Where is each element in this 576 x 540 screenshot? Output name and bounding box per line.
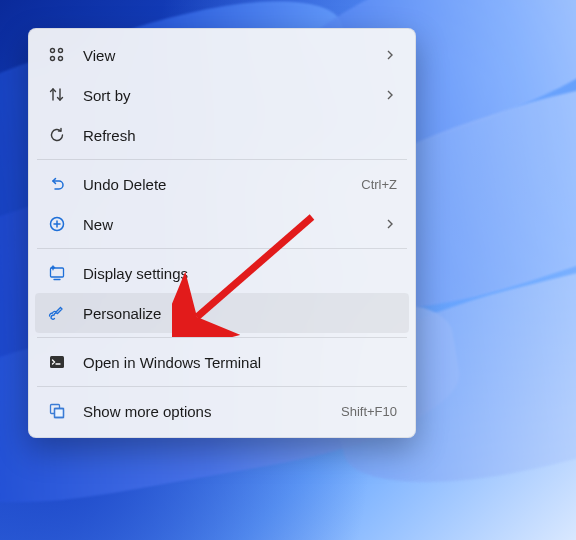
menu-item-label: Undo Delete [83,176,353,193]
menu-item-label: Personalize [83,305,397,322]
menu-item-open-terminal[interactable]: Open in Windows Terminal [35,342,409,382]
terminal-icon [47,352,67,372]
menu-item-shortcut: Ctrl+Z [361,177,397,192]
menu-item-new[interactable]: New [35,204,409,244]
svg-point-0 [51,49,55,53]
refresh-icon [47,125,67,145]
desktop-wallpaper: View Sort by [0,0,576,540]
sort-icon [47,85,67,105]
new-icon [47,214,67,234]
personalize-icon [47,303,67,323]
menu-separator [37,386,407,387]
menu-separator [37,337,407,338]
menu-item-display-settings[interactable]: Display settings [35,253,409,293]
menu-separator [37,159,407,160]
view-icon [47,45,67,65]
menu-item-show-more-options[interactable]: Show more options Shift+F10 [35,391,409,431]
show-more-icon [47,401,67,421]
menu-item-refresh[interactable]: Refresh [35,115,409,155]
menu-item-label: Show more options [83,403,333,420]
menu-item-personalize[interactable]: Personalize [35,293,409,333]
submenu-chevron-icon [383,90,397,100]
display-settings-icon [47,263,67,283]
svg-point-2 [51,57,55,61]
menu-item-view[interactable]: View [35,35,409,75]
svg-point-3 [59,57,63,61]
menu-item-label: Refresh [83,127,397,144]
menu-item-sort-by[interactable]: Sort by [35,75,409,115]
menu-item-label: Open in Windows Terminal [83,354,397,371]
svg-point-1 [59,49,63,53]
svg-rect-7 [50,356,64,368]
menu-item-label: Display settings [83,265,397,282]
submenu-chevron-icon [383,219,397,229]
menu-item-shortcut: Shift+F10 [341,404,397,419]
menu-separator [37,248,407,249]
menu-item-label: Sort by [83,87,375,104]
undo-icon [47,174,67,194]
submenu-chevron-icon [383,50,397,60]
desktop-context-menu: View Sort by [28,28,416,438]
menu-item-label: View [83,47,375,64]
menu-item-undo-delete[interactable]: Undo Delete Ctrl+Z [35,164,409,204]
menu-item-label: New [83,216,375,233]
